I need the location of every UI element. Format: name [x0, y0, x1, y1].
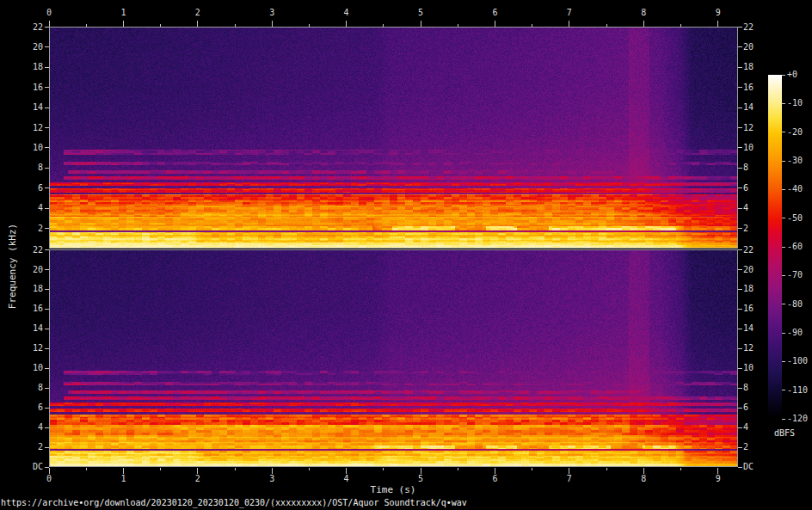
time-tick-label: 7: [567, 474, 572, 484]
freq-tick-label: 16: [743, 304, 754, 314]
freq-tick: [738, 289, 742, 290]
db-tick-label: -90: [787, 328, 803, 338]
freq-tick-label: 6: [38, 183, 43, 194]
time-tick-label: 3: [269, 8, 274, 18]
time-major-tick: [49, 21, 50, 27]
freq-tick: [45, 27, 49, 28]
freq-tick-label: 4: [38, 422, 43, 433]
freq-tick-label: 8: [38, 383, 43, 393]
freq-tick-label: 22: [743, 22, 754, 33]
time-tick-label: 0: [46, 474, 52, 484]
freq-tick-label: 20: [743, 42, 754, 52]
freq-tick-label: 16: [33, 83, 43, 93]
freq-tick-label: 2: [38, 224, 43, 234]
freq-tick-label: 4: [38, 203, 43, 213]
time-major-tick: [495, 21, 495, 27]
freq-tick-label: 4: [743, 203, 748, 213]
time-tick-label: 1: [120, 8, 126, 18]
time-major-tick: [643, 21, 644, 27]
time-minor-tick: [309, 24, 310, 27]
freq-tick: [45, 348, 49, 349]
freq-tick-label: 22: [33, 245, 43, 255]
freq-tick: [45, 467, 49, 468]
freq-tick: [738, 249, 742, 250]
db-tick: [782, 103, 785, 104]
time-tick-label: 7: [567, 8, 572, 18]
freq-tick: [738, 27, 742, 28]
freq-tick: [45, 46, 49, 47]
time-major-tick: [123, 21, 124, 27]
freq-tick-label: 8: [38, 163, 43, 173]
freq-tick: [45, 108, 49, 108]
freq-tick: [45, 228, 49, 229]
freq-tick-label: 12: [743, 343, 754, 353]
freq-tick: [45, 147, 49, 148]
freq-tick-label: 2: [38, 442, 43, 452]
freq-tick: [738, 447, 742, 448]
freq-tick: [738, 127, 742, 128]
freq-tick-label: 14: [743, 102, 754, 113]
time-minor-tick: [235, 24, 236, 27]
time-major-tick: [197, 21, 198, 27]
freq-tick: [738, 329, 742, 329]
freq-tick-label: 10: [33, 363, 43, 373]
db-tick-label: -20: [787, 127, 803, 138]
freq-tick-label: 8: [743, 163, 748, 173]
freq-tick-label: DC: [33, 462, 43, 472]
freq-tick: [45, 388, 49, 389]
source-url: https://archive•org/download/20230120_20…: [1, 498, 467, 508]
db-tick: [782, 304, 785, 304]
freq-tick-label: 12: [33, 123, 43, 133]
time-tick-label: 4: [344, 474, 349, 484]
freq-tick-label: 22: [33, 22, 43, 33]
freq-tick: [738, 108, 742, 108]
spectrogram-channel-2: [49, 249, 738, 467]
time-minor-tick: [680, 468, 681, 470]
time-tick-label: 5: [418, 8, 423, 18]
db-tick-label: +0: [787, 70, 797, 80]
freq-tick: [738, 408, 742, 409]
time-minor-tick: [383, 24, 384, 27]
db-tick-label: -50: [787, 213, 803, 224]
freq-tick-label: 10: [743, 143, 754, 153]
db-tick-label: -120: [787, 414, 808, 424]
freq-tick-label: 18: [743, 62, 754, 72]
frequency-axis-title: Frequency (kHz): [7, 163, 18, 370]
freq-tick: [45, 309, 49, 310]
time-minor-tick: [86, 24, 87, 27]
time-tick-label: 3: [269, 474, 274, 484]
time-minor-tick: [383, 468, 384, 470]
time-tick-label: 4: [344, 8, 349, 18]
freq-tick: [738, 187, 742, 188]
freq-tick-label: 6: [743, 183, 748, 194]
freq-tick-label: 8: [743, 383, 748, 393]
time-major-tick: [569, 468, 569, 474]
colorbar-title: dBFS: [774, 427, 795, 439]
time-major-tick: [421, 468, 421, 474]
freq-tick: [45, 427, 49, 428]
db-tick: [782, 361, 785, 362]
time-major-tick: [717, 21, 718, 27]
freq-tick: [45, 187, 49, 188]
db-tick: [782, 132, 785, 132]
freq-tick: [738, 228, 742, 229]
db-tick: [782, 218, 785, 218]
freq-tick-label: 20: [33, 265, 43, 275]
time-minor-tick: [458, 24, 458, 27]
freq-tick: [45, 408, 49, 409]
db-tick: [782, 247, 785, 248]
time-axis-title: Time (s): [371, 484, 416, 495]
time-major-tick: [495, 468, 495, 474]
freq-tick: [45, 67, 49, 68]
time-tick-label: 5: [418, 474, 423, 484]
time-major-tick: [643, 468, 644, 474]
time-minor-tick: [680, 24, 681, 27]
time-minor-tick: [86, 468, 87, 470]
freq-tick-label: 12: [743, 123, 754, 133]
colorbar: [768, 75, 782, 419]
freq-tick-label: 14: [33, 323, 43, 334]
freq-tick-label: 10: [743, 363, 754, 373]
freq-tick-label: 4: [743, 422, 748, 433]
freq-tick-label: 14: [743, 323, 754, 334]
freq-tick: [738, 46, 742, 47]
